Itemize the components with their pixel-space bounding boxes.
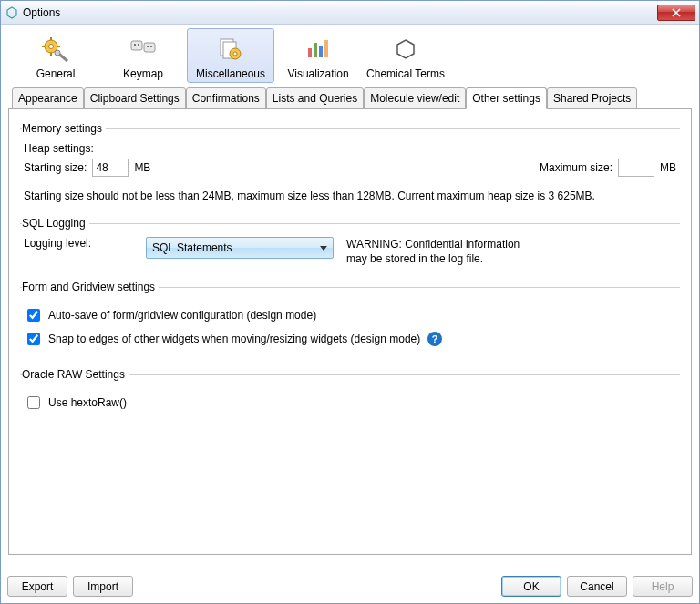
chart-icon	[277, 33, 359, 66]
titlebar: Options	[1, 1, 699, 25]
toolbar-label: Visualization	[277, 67, 359, 80]
ok-button[interactable]: OK	[501, 576, 561, 597]
formgrid-group-title: Form and Gridview settings	[22, 281, 159, 293]
tab-panel: Memory settings Heap settings: Starting …	[8, 108, 692, 555]
snap-label: Snap to edges of other widgets when movi…	[48, 333, 420, 345]
category-toolbar: General Keymap Miscellaneous Visualizati…	[1, 25, 699, 85]
dialog-footer: Export Import OK Cancel Help	[7, 576, 693, 597]
sql-logging-group: SQL Logging Logging level: SQL Statement…	[20, 217, 680, 268]
svg-rect-13	[150, 46, 152, 47]
import-button[interactable]: Import	[73, 576, 133, 597]
toolbar-label: General	[15, 67, 97, 80]
logging-level-value: SQL Statements	[152, 241, 232, 254]
maximum-size-label: Maximum size:	[540, 161, 612, 174]
close-icon	[672, 8, 681, 17]
chevron-down-icon	[320, 246, 327, 251]
svg-point-7	[55, 50, 60, 56]
svg-marker-0	[7, 7, 16, 18]
oracle-group-title: Oracle RAW Settings	[22, 368, 129, 381]
autosave-label: Auto-save of form/gridview configuration…	[48, 309, 316, 322]
svg-rect-18	[308, 48, 312, 57]
tab-other-settings[interactable]: Other settings	[466, 87, 547, 109]
oracle-raw-group: Oracle RAW Settings Use hextoRaw()	[20, 368, 680, 419]
maximum-size-input[interactable]	[618, 159, 654, 177]
app-icon	[5, 5, 19, 20]
sql-warning: WARNING: Confidential information may be…	[346, 237, 520, 266]
svg-point-2	[49, 45, 54, 49]
starting-size-label: Starting size:	[24, 161, 87, 174]
tabstrip: Appearance Clipboard Settings Confirmati…	[8, 87, 692, 109]
export-button[interactable]: Export	[7, 576, 67, 597]
logging-level-label: Logging level:	[24, 237, 142, 250]
window-title: Options	[23, 6, 657, 19]
help-icon[interactable]: ?	[427, 332, 442, 346]
tab-molecule-view-edit[interactable]: Molecule view/edit	[364, 87, 466, 109]
hextoraw-checkbox[interactable]	[27, 396, 40, 409]
tab-confirmations[interactable]: Confirmations	[186, 87, 266, 109]
autosave-checkbox[interactable]	[27, 309, 40, 322]
tab-lists-and-queries[interactable]: Lists and Queries	[266, 87, 364, 109]
sql-group-title: SQL Logging	[22, 217, 89, 230]
documents-gear-icon	[190, 33, 272, 66]
starting-size-unit: MB	[134, 161, 150, 174]
svg-point-17	[233, 52, 237, 56]
maximum-size-unit: MB	[660, 161, 676, 174]
tab-shared-projects[interactable]: Shared Projects	[547, 87, 637, 109]
toolbar-chemical-terms[interactable]: Chemical Terms	[362, 28, 449, 83]
heap-settings-label: Heap settings:	[24, 142, 676, 155]
memory-hint: Starting size should not be less than 24…	[24, 189, 676, 202]
logging-level-combo[interactable]: SQL Statements	[146, 237, 334, 259]
help-button[interactable]: Help	[633, 576, 693, 597]
starting-size-input[interactable]	[92, 159, 129, 177]
svg-rect-8	[131, 41, 142, 50]
svg-rect-19	[314, 43, 317, 57]
toolbar-label: Keymap	[102, 67, 184, 80]
svg-rect-21	[324, 40, 328, 57]
tab-appearance[interactable]: Appearance	[12, 87, 84, 109]
memory-group-title: Memory settings	[22, 122, 106, 135]
svg-rect-10	[134, 44, 136, 46]
memory-settings-group: Memory settings Heap settings: Starting …	[20, 122, 680, 204]
toolbar-general[interactable]: General	[12, 28, 99, 83]
svg-rect-20	[319, 46, 323, 57]
toolbar-miscellaneous[interactable]: Miscellaneous	[187, 28, 274, 83]
cancel-button[interactable]: Cancel	[567, 576, 627, 597]
toolbar-label: Miscellaneous	[190, 67, 272, 80]
form-gridview-group: Form and Gridview settings Auto-save of …	[20, 281, 680, 355]
gear-wrench-icon	[15, 33, 97, 66]
keyboard-icon	[102, 33, 184, 66]
svg-rect-9	[144, 43, 155, 52]
toolbar-keymap[interactable]: Keymap	[99, 28, 187, 83]
close-button[interactable]	[657, 5, 695, 21]
snap-checkbox[interactable]	[27, 333, 40, 345]
toolbar-label: Chemical Terms	[365, 67, 447, 80]
tab-clipboard-settings[interactable]: Clipboard Settings	[84, 87, 186, 109]
toolbar-visualization[interactable]: Visualization	[274, 28, 362, 83]
hexagon-icon	[365, 33, 447, 66]
svg-marker-22	[397, 40, 414, 58]
svg-rect-12	[147, 46, 149, 47]
hextoraw-label: Use hextoRaw()	[48, 396, 127, 409]
svg-rect-11	[138, 44, 139, 46]
